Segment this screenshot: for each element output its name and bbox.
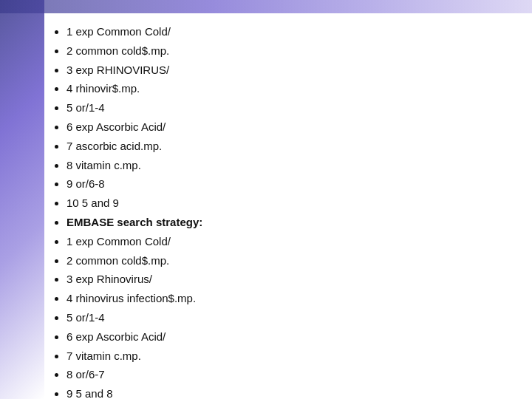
list-item: 8 vitamin c.mp. xyxy=(66,156,514,175)
list-item: 5 or/1-4 xyxy=(66,308,514,327)
list-item: 1 exp Common Cold/ xyxy=(66,232,514,251)
list-item: EMBASE search strategy: xyxy=(66,213,514,232)
list-item: 7 vitamin c.mp. xyxy=(66,347,514,366)
top-decoration xyxy=(0,0,532,13)
list-item: 9 5 and 8 xyxy=(66,384,514,399)
list-item: 6 exp Ascorbic Acid/ xyxy=(66,117,514,137)
list-item: 4 rhinovirus infection$.mp. xyxy=(66,289,514,308)
list-item: 2 common cold$.mp. xyxy=(66,41,514,61)
main-content: 1 exp Common Cold/2 common cold$.mp.3 ex… xyxy=(41,15,525,392)
list-item: 8 or/6-7 xyxy=(66,365,514,384)
list-item: 5 or/1-4 xyxy=(66,98,514,117)
left-decoration xyxy=(0,0,44,399)
list-item: 3 exp Rhinovirus/ xyxy=(66,270,514,289)
list-item: 1 exp Common Cold/ xyxy=(66,22,514,41)
list-item: 4 rhinovir$.mp. xyxy=(66,79,514,98)
list-item: 6 exp Ascorbic Acid/ xyxy=(66,327,514,347)
list-item: 9 or/6-8 xyxy=(66,174,514,194)
list-item: 3 exp RHINOVIRUS/ xyxy=(66,61,514,80)
list-item: 10 5 and 9 xyxy=(66,194,514,213)
list-item: 7 ascorbic acid.mp. xyxy=(66,137,514,156)
list-item: 2 common cold$.mp. xyxy=(66,251,514,270)
search-strategy-list: 1 exp Common Cold/2 common cold$.mp.3 ex… xyxy=(52,22,514,399)
